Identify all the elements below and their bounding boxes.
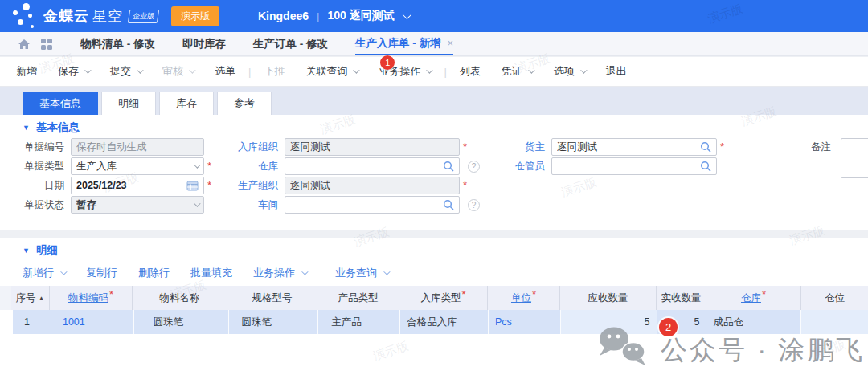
pick-button[interactable]: 选单 [215, 64, 235, 79]
cell-unit[interactable]: Pcs [489, 310, 561, 334]
col-header-warehouse[interactable]: 仓库* [706, 286, 801, 310]
col-header-qty-received[interactable]: 实收数量 [657, 286, 706, 310]
cell-product-type[interactable]: 主产品 [318, 310, 400, 334]
options-button[interactable]: 选项 [554, 64, 585, 79]
warehouse-input[interactable] [285, 157, 460, 175]
field-production-org: 生产组织 逐同测试 * [235, 177, 467, 194]
col-header-qty-receivable[interactable]: 应收数量 [560, 286, 657, 310]
doc-tab-production-order[interactable]: 生产订单 - 修改 [253, 32, 328, 55]
warehouse-keeper-label[interactable]: 仓管员 [514, 160, 551, 173]
doc-type-select[interactable]: 生产入库 [71, 157, 204, 175]
field-warehouse: 仓库 ? [235, 157, 480, 175]
cell-material-code[interactable]: 1001 [51, 310, 134, 334]
required-asterisk: * [463, 181, 467, 190]
required-asterisk: * [463, 143, 467, 151]
doc-tab-label: 生产入库单 - 新增 [355, 36, 441, 51]
col-header-unit[interactable]: 单位* [488, 286, 560, 310]
doc-tab-instant-inventory[interactable]: 即时库存 [182, 32, 226, 55]
calendar-icon[interactable] [186, 180, 199, 191]
exit-button[interactable]: 退出 [606, 64, 627, 79]
required-asterisk: * [207, 181, 211, 190]
search-icon[interactable] [443, 161, 454, 172]
cell-inbound-type[interactable]: 合格品入库 [400, 310, 489, 334]
product-name: Kingdee6 [258, 10, 309, 22]
remark-label: 备注 [780, 141, 837, 154]
save-button[interactable]: 保存 [58, 64, 89, 79]
owner-input[interactable]: 逐同测试 [551, 138, 717, 156]
col-header-material-name[interactable]: 物料名称 [133, 286, 227, 310]
production-org-input: 逐同测试 [285, 177, 460, 194]
new-button[interactable]: 新增 [16, 64, 37, 79]
batch-fill-button[interactable]: 批量填充 [190, 266, 232, 280]
search-icon[interactable] [443, 199, 454, 210]
required-asterisk: * [461, 291, 465, 299]
toolbar-divider: | [248, 66, 251, 78]
cell-seq: 1 [13, 310, 51, 334]
apps-grid-icon[interactable] [40, 32, 53, 55]
delete-row-button[interactable]: 删除行 [138, 266, 170, 280]
document-tab-bar: 物料清单 - 修改 即时库存 生产订单 - 修改 生产入库单 - 新增 × [0, 32, 868, 56]
detail-business-query-button[interactable]: 业务查询 [335, 266, 388, 280]
cell-bin[interactable] [801, 310, 868, 334]
search-icon[interactable] [700, 161, 711, 172]
detail-table: 序号▲ 物料编码* 物料名称 规格型号 产品类型 入库类型* 单位* 应收数量 … [0, 286, 868, 334]
row-gutter [0, 310, 13, 334]
field-remark: 备注 [780, 138, 837, 156]
voucher-button[interactable]: 凭证 [502, 64, 533, 79]
pushdown-button: 下推 [264, 64, 285, 79]
doc-tab-material-list[interactable]: 物料清单 - 修改 [80, 32, 155, 55]
action-toolbar: 新增 保存 提交 审核 选单 | 下推 关联查询 1 业务操作 | 列表 凭证 … [0, 57, 868, 87]
demo-watermark: 演示版 [706, 2, 745, 27]
basic-info-header[interactable]: ▼ 基本信息 [23, 120, 80, 135]
remark-textarea[interactable] [841, 138, 868, 178]
owner-label[interactable]: 货主 [514, 141, 551, 154]
workshop-label[interactable]: 车间 [235, 198, 285, 212]
tab-inventory[interactable]: 库存 [159, 92, 214, 115]
col-header-bin[interactable]: 仓位 [801, 286, 868, 310]
help-icon[interactable]: ? [468, 199, 480, 211]
close-tab-icon[interactable]: × [448, 37, 454, 49]
field-doc-no: 单据编号 保存时自动生成 [21, 138, 204, 156]
edition-badge: 企业版 [128, 10, 159, 23]
warehouse-label[interactable]: 仓库 [235, 160, 285, 173]
date-input[interactable]: 2025/12/23 [71, 177, 204, 194]
cell-qty-receivable[interactable]: 5 [561, 310, 657, 334]
submit-button[interactable]: 提交 [110, 64, 141, 79]
col-header-material-code[interactable]: 物料编码* [50, 286, 133, 310]
current-org[interactable]: 100 逐同测试 [327, 9, 394, 23]
business-operation-button[interactable]: 1 业务操作 [379, 64, 431, 79]
list-button[interactable]: 列表 [460, 64, 481, 79]
production-org-label[interactable]: 生产组织 [235, 179, 285, 193]
tab-detail[interactable]: 明细 [101, 92, 156, 115]
toolbar-divider: | [444, 66, 446, 78]
col-header-product-type[interactable]: 产品类型 [317, 286, 399, 310]
col-header-seq[interactable]: 序号▲ [11, 286, 50, 310]
org-chevron-down-icon[interactable] [402, 10, 411, 19]
home-icon[interactable] [18, 32, 31, 55]
detail-header[interactable]: ▼ 明细 [23, 243, 58, 258]
brand-name: 金蝶云 [43, 6, 89, 26]
workshop-input[interactable] [285, 196, 460, 214]
help-icon[interactable]: ? [468, 161, 480, 173]
inbound-org-label[interactable]: 入库组织 [235, 141, 285, 154]
table-row[interactable]: 1 1001 圆珠笔 圆珠笔 主产品 合格品入库 Pcs 5 5 成品仓 [0, 310, 868, 334]
field-owner: 货主 逐同测试 * [514, 138, 724, 156]
cell-material-name[interactable]: 圆珠笔 [134, 310, 229, 334]
top-bar: 金蝶云 星空 企业版 演示版 Kingdee6 | 100 逐同测试 演示版 [0, 0, 868, 32]
related-query-button[interactable]: 关联查询 [305, 64, 358, 79]
doc-tab-production-inbound[interactable]: 生产入库单 - 新增 × [355, 32, 453, 55]
cell-qty-received[interactable]: 5 [657, 310, 707, 334]
required-asterisk: * [532, 291, 536, 299]
cell-warehouse[interactable]: 成品仓 [706, 310, 801, 334]
copy-row-button[interactable]: 复制行 [86, 266, 117, 280]
cell-spec[interactable]: 圆珠笔 [229, 310, 319, 334]
tab-reference[interactable]: 参考 [217, 92, 272, 115]
sort-asc-icon[interactable]: ▲ [39, 295, 45, 302]
search-icon[interactable] [700, 141, 711, 153]
tab-basic-info[interactable]: 基本信息 [23, 92, 98, 115]
detail-business-operation-button[interactable]: 业务操作 [253, 266, 306, 280]
col-header-inbound-type[interactable]: 入库类型* [399, 286, 488, 310]
add-row-button[interactable]: 新增行 [23, 266, 65, 280]
warehouse-keeper-input[interactable] [551, 157, 717, 175]
col-header-spec[interactable]: 规格型号 [227, 286, 317, 310]
